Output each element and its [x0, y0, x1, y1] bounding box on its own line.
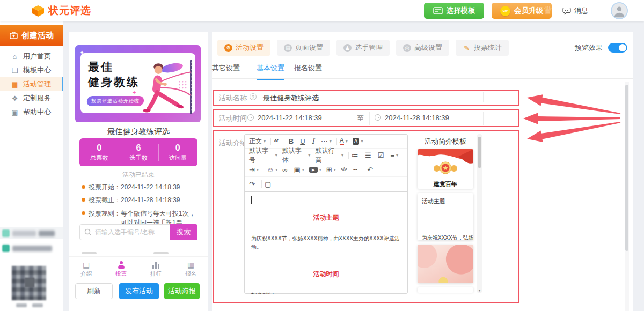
font-color-dropdown[interactable]: A ▾	[340, 137, 348, 145]
messages-button[interactable]: 消息	[562, 0, 588, 21]
info-label: 投票开始：	[89, 183, 121, 192]
blurred-text	[12, 246, 52, 251]
create-activity-button[interactable]: 创建活动	[0, 25, 63, 46]
indent-dropdown[interactable]: ⇥ ▾	[249, 166, 259, 173]
phone-tab-vote[interactable]: 投票	[104, 257, 138, 281]
stat-label: 访问量	[169, 154, 187, 162]
blurred-qr-center	[25, 278, 34, 287]
font-size-dropdown[interactable]: 默认字号 ▾	[249, 146, 277, 165]
line-height-dropdown[interactable]: 默认行高 ▾	[315, 146, 343, 165]
preview-toggle-label: 预览效果	[575, 43, 603, 53]
adv-icon	[403, 44, 411, 52]
stat-label: 总票数	[90, 154, 108, 162]
contestant-search-input[interactable]	[95, 228, 170, 236]
code-icon[interactable]: </>	[341, 167, 348, 172]
user-avatar[interactable]	[611, 2, 628, 19]
help-icon[interactable]	[250, 93, 257, 100]
intro-template-card-theme[interactable]: 活动主题 为庆祝XXXX节，弘扬	[418, 193, 473, 240]
more-styles-dropdown[interactable]: ⋯ ▾	[321, 138, 332, 145]
todo-list-icon[interactable]: ☑	[378, 152, 386, 159]
editor-heading: 活动主题	[251, 213, 401, 223]
phone-tab-bar: ▤ 介绍 投票 排行 ▦ 报名	[69, 256, 208, 281]
align-dropdown[interactable]: ≡ ▾	[390, 152, 398, 159]
activity-poster-button[interactable]: 活动海报	[164, 283, 200, 299]
fullscreen-icon[interactable]: ▢	[265, 181, 273, 188]
tab-contestant-management[interactable]: 选手管理	[336, 40, 390, 56]
main-scrollbar[interactable]	[625, 82, 629, 311]
phone-tab-ranking[interactable]: 排行	[138, 257, 173, 281]
redo-icon[interactable]: ↷	[249, 181, 257, 188]
sidebar-item-icon: ▦	[11, 80, 19, 88]
subtab-registration-settings[interactable]: 报名设置	[294, 63, 322, 79]
search-button[interactable]: 搜索	[170, 224, 197, 240]
publish-activity-button[interactable]: 发布活动	[119, 283, 159, 299]
clock-icon	[247, 114, 254, 121]
sidebar-item-template-center[interactable]: ❏ 模板中心	[0, 63, 63, 77]
template-panel-scrollbar[interactable]: ▼	[477, 134, 482, 293]
tab-page-settings[interactable]: 页面设置	[277, 40, 330, 56]
template-caption: 建党百年	[418, 180, 473, 188]
sidebar-item-user-home[interactable]: ⌂ 用户首页	[0, 49, 63, 63]
crown-icon: ♛	[543, 4, 552, 17]
ordered-list-icon[interactable]: ☰	[365, 152, 373, 159]
end-time-input[interactable]: 2024-11-28 14:18:39	[385, 114, 449, 122]
bg-color-dropdown[interactable]: A ▾	[353, 138, 363, 145]
subtab-basic-settings[interactable]: 基本设置	[257, 63, 284, 80]
tab-vote-statistics[interactable]: 投票统计	[456, 40, 509, 56]
select-template-button[interactable]: 选择模板	[424, 3, 484, 19]
template-card-text: 为庆祝XXXX节，弘扬	[422, 234, 473, 240]
scrollbar-thumb[interactable]	[478, 137, 481, 168]
stat-value: 0	[175, 143, 180, 153]
phone-tab-signup[interactable]: ▦ 报名	[173, 257, 208, 281]
blurred-text	[39, 231, 55, 236]
underline-icon[interactable]: U	[300, 138, 306, 145]
emoji-dropdown[interactable]: ☺ ▾	[267, 166, 277, 173]
field-divider	[348, 112, 348, 125]
divider-icon[interactable]: ╌	[353, 166, 359, 173]
sidebar-item-icon: ❏	[11, 66, 19, 75]
activity-banner: ✦ 最佳 健身教练 投票评选活动开始啦 ✦	[75, 45, 201, 122]
main-scrollbar-thumb[interactable]	[625, 85, 628, 251]
activity-name-input[interactable]: 最佳健身教练评选	[263, 93, 319, 103]
blurred-row-icon	[2, 229, 10, 237]
sidebar-item-icon: ⌂	[11, 53, 19, 61]
doc-icon	[284, 44, 292, 52]
font-family-dropdown[interactable]: 默认字体 ▾	[282, 146, 311, 165]
scroll-down-button[interactable]: ▼	[477, 287, 482, 293]
intro-template-card-partial[interactable]	[418, 287, 473, 293]
upgrade-button[interactable]: VIP 会员升级 ♛	[492, 3, 552, 19]
link-icon[interactable]: ∞	[282, 166, 289, 173]
editor-content-area[interactable]: 活动主题 为庆祝XXXX节，弘扬XXXX精神，由XXXX主办的XXXX评选活动。…	[245, 191, 407, 294]
start-time-input[interactable]: 2024-11-22 14:18:39	[258, 114, 322, 122]
blurred-account-row	[0, 227, 63, 239]
bullet-dot-icon	[82, 211, 85, 215]
sidebar-item-help-center[interactable]: ▣ 帮助中心	[0, 105, 63, 119]
subtab-other-settings[interactable]: 其它设置	[212, 63, 240, 79]
blockquote-icon[interactable]: “	[274, 137, 281, 145]
table-dropdown[interactable]: ⊞ ▾	[326, 166, 336, 173]
image-dropdown[interactable]: ▣ ▾	[294, 166, 304, 173]
sidebar-item-custom-service[interactable]: ❖ 定制服务	[0, 91, 63, 105]
paragraph-style-dropdown[interactable]: 正文 ▾	[249, 137, 266, 146]
bullet-list-icon[interactable]: ≔	[352, 152, 360, 159]
sidebar-item-activity-management[interactable]: ▦ 活动管理	[0, 77, 63, 91]
refresh-button[interactable]: 刷新	[75, 283, 113, 299]
video-dropdown[interactable]: ▶ ▾	[309, 167, 321, 173]
intro-template-panel-title: 活动简介模板	[418, 137, 473, 146]
settings-tabs: 活动设置 页面设置 选手管理 高级设置	[217, 40, 509, 56]
phone-tab-intro[interactable]: ▤ 介绍	[69, 257, 104, 281]
tab-activity-settings[interactable]: 活动设置	[217, 40, 270, 56]
preview-toggle-switch[interactable]	[608, 43, 627, 53]
bold-icon[interactable]: B	[289, 138, 295, 145]
top-header: 状元评选 选择模板 VIP 会员升级 ♛ 消息	[0, 0, 644, 21]
blurred-text	[12, 231, 36, 236]
info-value: 2024-11-22 14:18:39	[121, 183, 180, 192]
stat-item: 6 选手数	[119, 138, 158, 166]
italic-icon[interactable]: I	[312, 138, 316, 145]
intro-template-card-centenary[interactable]: 建党百年	[418, 149, 473, 189]
tab-advanced-settings[interactable]: 高级设置	[396, 40, 449, 56]
undo-icon[interactable]: ↶	[367, 166, 375, 173]
editor-toolbar-row: ↷ ▢	[245, 177, 407, 191]
vip-badge: VIP	[500, 6, 510, 16]
intro-template-card-pink[interactable]	[418, 245, 473, 283]
